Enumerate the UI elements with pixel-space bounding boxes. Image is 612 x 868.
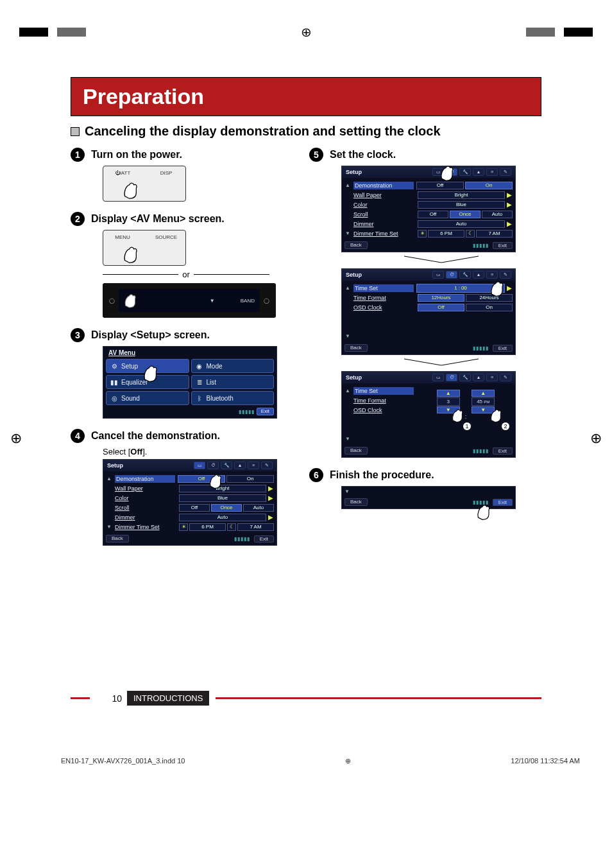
value-blue[interactable]: Blue	[418, 201, 505, 209]
value-12h[interactable]: 12Hours	[418, 294, 464, 302]
arrow-right-icon[interactable]: ▶	[268, 514, 274, 521]
tab-icon[interactable]: 🔧	[459, 271, 471, 279]
tab-clock-icon[interactable]: ⏱	[446, 374, 457, 381]
av-menu-sound[interactable]: ◎ Sound	[106, 391, 189, 405]
row-color[interactable]: Color	[115, 495, 176, 501]
subheading-marker-icon	[71, 127, 80, 136]
value-once[interactable]: Once	[450, 211, 480, 218]
value-7am[interactable]: 7 AM	[476, 230, 513, 238]
row-osd-clock[interactable]: OSD Clock	[353, 304, 415, 311]
scroll-up-icon[interactable]: ▲	[344, 388, 351, 394]
row-scroll[interactable]: Scroll	[115, 505, 176, 511]
value-7am[interactable]: 7 AM	[237, 523, 274, 531]
knob-icon: ◯	[109, 298, 115, 304]
tab-icon[interactable]: ▭	[432, 374, 444, 381]
row-color[interactable]: Color	[353, 202, 415, 208]
subheading: Canceling the display demonstration and …	[71, 124, 541, 139]
tab-icon[interactable]: ✎	[500, 374, 511, 381]
value-blue[interactable]: Blue	[179, 494, 266, 502]
av-menu-mode[interactable]: ◉ Mode	[191, 359, 275, 373]
tab-icon[interactable]: ▲	[234, 462, 246, 469]
back-button[interactable]: Back	[344, 344, 368, 352]
tab-icon[interactable]: ≡	[248, 462, 259, 469]
tab-icon[interactable]: ⏱	[207, 462, 219, 469]
value-on[interactable]: On	[226, 475, 274, 483]
tab-icon[interactable]: ▲	[473, 168, 484, 176]
value-bright[interactable]: Bright	[418, 191, 505, 199]
av-menu-label: Mode	[207, 363, 223, 370]
value-off[interactable]: Off	[179, 504, 210, 512]
spinner-up-button[interactable]: ▲	[472, 390, 495, 397]
row-dimmer-time-set[interactable]: Dimmer Time Set	[353, 230, 415, 237]
scroll-up-icon[interactable]: ▲	[106, 476, 112, 482]
row-dimmer[interactable]: Dimmer	[353, 221, 415, 227]
row-time-format[interactable]: Time Format	[353, 295, 415, 301]
value-once[interactable]: Once	[211, 504, 242, 512]
value-auto[interactable]: Auto	[418, 220, 505, 228]
scroll-down-icon[interactable]: ▼	[344, 436, 351, 442]
back-button[interactable]: Back	[344, 241, 368, 249]
av-menu-bluetooth[interactable]: ᛒ Bluetooth	[191, 391, 275, 405]
arrow-right-icon[interactable]: ▶	[506, 220, 513, 228]
exit-button[interactable]: Exit	[493, 447, 513, 455]
value-auto[interactable]: Auto	[482, 211, 513, 218]
exit-button[interactable]: Exit	[254, 535, 274, 542]
value-6pm[interactable]: 6 PM	[428, 230, 464, 238]
back-button[interactable]: Back	[344, 498, 368, 506]
scroll-down-icon[interactable]: ▼	[344, 489, 350, 494]
row-time-set[interactable]: Time Set	[353, 284, 414, 292]
tab-icon[interactable]: ≡	[486, 374, 498, 381]
arrow-right-icon[interactable]: ▶	[268, 485, 274, 492]
tab-icon[interactable]: ▭	[194, 462, 205, 469]
scroll-down-icon[interactable]: ▼	[106, 524, 112, 530]
row-wallpaper[interactable]: Wall Paper	[353, 192, 415, 198]
value-6pm[interactable]: 6 PM	[189, 523, 226, 531]
tab-icon[interactable]: 🔧	[459, 374, 471, 381]
back-button[interactable]: Back	[344, 447, 368, 455]
tab-icon[interactable]: 🔧	[459, 168, 471, 176]
spinner-up-button[interactable]: ▲	[437, 390, 460, 397]
tab-icon[interactable]: ▭	[432, 271, 444, 279]
tab-icon[interactable]: ✎	[261, 462, 273, 469]
row-demonstration[interactable]: Demonstration	[115, 475, 175, 483]
device-head-unit: MENU SOURCE	[103, 230, 186, 266]
arrow-right-icon[interactable]: ▶	[506, 191, 513, 199]
exit-button[interactable]: Exit	[493, 345, 513, 352]
tab-icon[interactable]: ≡	[486, 168, 498, 176]
value-auto[interactable]: Auto	[243, 504, 274, 512]
row-osd-clock[interactable]: OSD Clock	[353, 407, 415, 413]
callout-1: 1	[463, 422, 472, 431]
scroll-up-icon[interactable]: ▲	[344, 285, 351, 291]
scroll-down-icon[interactable]: ▼	[344, 230, 351, 237]
exit-button[interactable]: Exit	[493, 242, 513, 249]
tab-icon[interactable]: ▲	[473, 271, 484, 279]
row-demonstration[interactable]: Demonstration	[353, 182, 414, 189]
tab-icon[interactable]: ✎	[500, 168, 511, 176]
back-button[interactable]: Back	[106, 535, 129, 542]
value-on[interactable]: On	[465, 182, 513, 189]
finger-press-icon	[438, 162, 460, 182]
tab-clock-icon[interactable]: ⏱	[446, 271, 457, 279]
arrow-right-icon[interactable]: ▶	[506, 201, 513, 209]
row-dimmer-time-set[interactable]: Dimmer Time Set	[115, 524, 176, 530]
row-dimmer[interactable]: Dimmer	[115, 514, 176, 521]
row-scroll[interactable]: Scroll	[353, 211, 415, 218]
scroll-down-icon[interactable]: ▼	[344, 333, 351, 340]
device-head-unit-wide: ◯ ▼ BAND ◯	[103, 283, 276, 318]
tab-icon[interactable]: ▲	[473, 374, 484, 381]
signal-icon: ▮▮▮▮▮	[473, 448, 489, 454]
tab-icon[interactable]: 🔧	[221, 462, 232, 469]
value-off[interactable]: Off	[418, 304, 464, 311]
value-on[interactable]: On	[466, 304, 513, 311]
sound-icon: ◎	[110, 394, 118, 402]
exit-button[interactable]: Exit	[257, 408, 274, 415]
row-time-format[interactable]: Time Format	[353, 397, 415, 404]
value-auto[interactable]: Auto	[179, 514, 266, 521]
row-time-set[interactable]: Time Set	[353, 387, 414, 395]
arrow-right-icon[interactable]: ▶	[268, 494, 274, 502]
value-off[interactable]: Off	[418, 211, 448, 218]
finger-press-icon	[488, 278, 510, 297]
scroll-up-icon[interactable]: ▲	[344, 182, 351, 189]
row-wallpaper[interactable]: Wall Paper	[115, 485, 176, 492]
av-menu-list[interactable]: ≣ List	[191, 375, 275, 389]
